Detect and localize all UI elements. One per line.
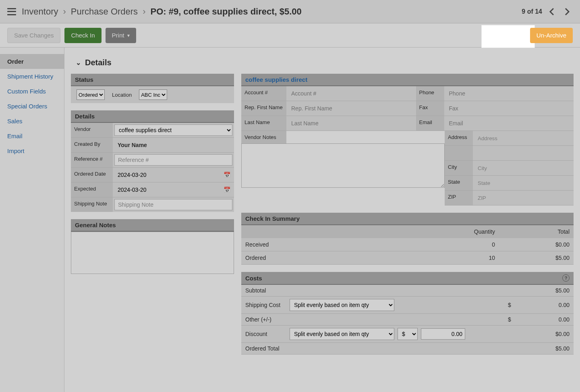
table-row: Shipping Cost Split evenly based on item…	[241, 297, 574, 314]
shipping-note-input[interactable]	[114, 199, 232, 210]
discount-unit-select[interactable]: $	[398, 328, 418, 340]
print-dropdown[interactable]: Print ▾	[106, 28, 137, 43]
shipping-split-select[interactable]: Split evenly based on item qty	[290, 299, 394, 311]
calendar-icon[interactable]: 📅	[224, 187, 230, 193]
table-row: Ordered Total $5.00	[241, 343, 574, 355]
status-row: Ordered Location ABC Inc	[71, 86, 234, 103]
discount-split-select[interactable]: Split evenly based on item qty	[290, 328, 394, 340]
record-pager: 9 of 14	[522, 6, 573, 17]
email-input[interactable]	[446, 118, 572, 129]
general-notes-header: General Notes	[71, 219, 234, 232]
location-label: Location	[112, 92, 132, 98]
table-row: Ordered 10 $5.00	[241, 251, 574, 265]
ordered-date-input[interactable]	[114, 169, 224, 180]
col-quantity: Quantity	[394, 225, 499, 238]
breadcrumb: Inventory › Purchase Orders › PO: #9, co…	[7, 6, 302, 17]
sidebar-item-email[interactable]: Email	[0, 129, 64, 143]
costs-title: Costs	[245, 275, 262, 282]
shipping-cost-label: Shipping Cost	[241, 297, 286, 314]
lastname-input[interactable]	[288, 118, 414, 129]
ordered-total-value: $5.00	[517, 343, 574, 355]
sidebar-item-sales[interactable]: Sales	[0, 114, 64, 129]
unarchive-button[interactable]: Un-Archive	[530, 28, 573, 43]
dollar-icon: $	[508, 316, 511, 323]
discount-amount-input[interactable]	[421, 328, 465, 340]
lastname-label: Last Name	[241, 116, 286, 131]
crumb-inventory[interactable]: Inventory	[22, 6, 58, 17]
dollar-icon: $	[508, 302, 511, 308]
check-in-button[interactable]: Check In	[64, 28, 101, 43]
vendor-notes-label: Vendor Notes	[241, 131, 286, 143]
chevron-right-icon: ›	[143, 6, 145, 17]
menu-icon[interactable]	[7, 8, 16, 15]
breadcrumb-bar: Inventory › Purchase Orders › PO: #9, co…	[0, 0, 580, 23]
details-title: Details	[85, 58, 112, 67]
sidebar-item-import[interactable]: Import	[0, 143, 64, 158]
col-total: Total	[499, 225, 574, 238]
chevron-down-icon: ⌄	[76, 59, 81, 66]
costs-table: Subtotal $5.00 Shipping Cost Split evenl…	[241, 285, 574, 355]
table-row: Received 0 $0.00	[241, 238, 574, 251]
order-status-select[interactable]: Ordered	[77, 89, 105, 100]
chevron-down-icon: ▾	[127, 33, 130, 38]
city-input[interactable]	[474, 162, 572, 174]
costs-header: Costs ?	[241, 272, 574, 285]
content-area: ⌄ Details Status Ordered Location ABC In…	[64, 48, 580, 392]
location-select[interactable]: ABC Inc	[139, 89, 167, 100]
pager-next-button[interactable]	[561, 6, 573, 17]
sidebar-item-order[interactable]: Order	[0, 54, 64, 69]
fax-label: Fax	[416, 101, 444, 116]
ordered-total-label: Ordered Total	[241, 343, 286, 355]
calendar-icon[interactable]: 📅	[224, 172, 230, 178]
chevron-right-icon: ›	[63, 6, 66, 17]
repfirst-input[interactable]	[288, 103, 414, 114]
vendor-select[interactable]: coffee supplies direct	[114, 124, 232, 136]
account-input[interactable]	[288, 88, 414, 99]
table-row: Other (+/-) $ 0.00	[241, 314, 574, 326]
vendor-link[interactable]: coffee supplies direct	[245, 76, 307, 83]
address2-input[interactable]	[474, 147, 572, 159]
subtotal-value: $5.00	[517, 285, 574, 297]
vendor-label: Vendor	[71, 123, 113, 137]
email-label: Email	[416, 116, 444, 131]
status-header: Status	[71, 74, 234, 86]
address2-label	[445, 146, 473, 161]
other-value[interactable]: 0.00	[517, 314, 574, 326]
help-icon[interactable]: ?	[562, 274, 570, 282]
createdby-label: Created By	[71, 138, 113, 152]
save-button: Save Changes	[7, 28, 60, 43]
ordered-label: Ordered	[241, 251, 394, 265]
sidebar-item-shipment-history[interactable]: Shipment History	[0, 69, 64, 84]
zip-input[interactable]	[474, 192, 572, 203]
pager-count: 9 of 14	[522, 8, 542, 15]
details-panel-header: Details	[71, 110, 234, 123]
shipping-cost-value[interactable]: 0.00	[517, 297, 574, 314]
phone-label: Phone	[416, 86, 444, 101]
pager-prev-button[interactable]	[546, 6, 557, 17]
table-row: Discount Split evenly based on item qty …	[241, 326, 574, 343]
sidebar-item-special-orders[interactable]: Special Orders	[0, 99, 64, 114]
ordered-total: $5.00	[499, 251, 574, 265]
createdby-value: Your Name	[114, 139, 232, 151]
address-label: Address	[445, 131, 473, 146]
reference-label: Reference #	[71, 153, 113, 167]
reference-input[interactable]	[114, 154, 232, 166]
account-label: Account #	[241, 86, 286, 101]
sidebar-item-custom-fields[interactable]: Custom Fields	[0, 84, 64, 99]
general-notes-textarea[interactable]	[71, 232, 234, 274]
vendor-card-header: coffee supplies direct	[241, 74, 574, 86]
expected-date-input[interactable]	[114, 184, 224, 195]
repfirst-label: Rep. First Name	[241, 101, 286, 116]
received-total: $0.00	[499, 238, 574, 251]
action-bar: Save Changes Check In Print ▾ Duplicate …	[0, 23, 580, 48]
duplicate-button[interactable]: Duplicate	[488, 28, 526, 43]
details-section-header[interactable]: ⌄ Details	[71, 55, 574, 74]
phone-input[interactable]	[446, 88, 572, 99]
address-input[interactable]	[474, 133, 572, 144]
crumb-purchase-orders[interactable]: Purchase Orders	[71, 6, 138, 17]
city-label: City	[445, 161, 473, 176]
zip-label: ZIP	[445, 191, 473, 205]
fax-input[interactable]	[446, 103, 572, 114]
vendor-notes-textarea[interactable]	[241, 143, 445, 188]
state-input[interactable]	[474, 177, 572, 189]
